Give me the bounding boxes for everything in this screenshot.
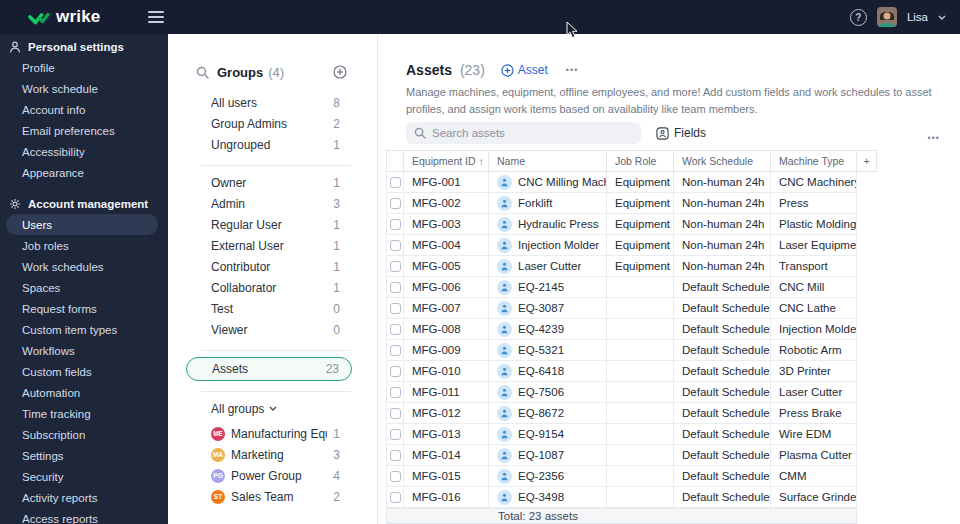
user-name[interactable]: Lisa: [907, 11, 928, 23]
sidebar-item-custom-item-types[interactable]: Custom item types: [0, 319, 158, 340]
equipment-id-cell[interactable]: MFG-013: [404, 424, 489, 445]
work-schedule-cell[interactable]: Default Schedule: [674, 340, 771, 361]
group-item-viewer[interactable]: Viewer0: [186, 319, 352, 340]
chevron-down-icon[interactable]: [938, 15, 946, 20]
work-schedule-cell[interactable]: Default Schedule: [674, 403, 771, 424]
row-checkbox[interactable]: [390, 450, 401, 461]
job-role-cell[interactable]: [607, 424, 674, 445]
asset-search-box[interactable]: [406, 122, 641, 144]
equipment-id-cell[interactable]: MFG-016: [404, 487, 489, 508]
job-role-cell[interactable]: Equipment: [607, 256, 674, 277]
group-item-assets[interactable]: Assets23: [186, 357, 352, 381]
sidebar-item-time-tracking[interactable]: Time tracking: [0, 403, 158, 424]
group-item-ungrouped[interactable]: Ungrouped1: [186, 134, 352, 155]
equipment-id-cell[interactable]: MFG-014: [404, 445, 489, 466]
sidebar-item-request-forms[interactable]: Request forms: [0, 298, 158, 319]
row-checkbox[interactable]: [390, 198, 401, 209]
work-schedule-cell[interactable]: Non-human 24h: [674, 172, 771, 193]
row-checkbox[interactable]: [390, 387, 401, 398]
machine-type-cell[interactable]: 3D Printer: [771, 361, 857, 382]
work-schedule-cell[interactable]: Non-human 24h: [674, 256, 771, 277]
sidebar-item-accessibility[interactable]: Accessibility: [0, 141, 158, 162]
sidebar-item-account-info[interactable]: Account info: [0, 99, 158, 120]
row-checkbox[interactable]: [390, 219, 401, 230]
equipment-id-cell[interactable]: MFG-006: [404, 277, 489, 298]
work-schedule-cell[interactable]: Default Schedule: [674, 277, 771, 298]
group-item-all-users[interactable]: All users8: [186, 92, 352, 113]
name-cell[interactable]: EQ-6418: [489, 361, 607, 382]
row-checkbox[interactable]: [390, 366, 401, 377]
name-cell[interactable]: EQ-5321: [489, 340, 607, 361]
sidebar-item-activity-reports[interactable]: Activity reports: [0, 487, 158, 508]
sidebar-item-email-preferences[interactable]: Email preferences: [0, 120, 158, 141]
group-item-admin[interactable]: Admin3: [186, 193, 352, 214]
machine-type-cell[interactable]: Wire EDM: [771, 424, 857, 445]
add-asset-button[interactable]: Asset: [501, 63, 548, 77]
sidebar-item-subscription[interactable]: Subscription: [0, 424, 158, 445]
machine-type-cell[interactable]: CNC Machinery: [771, 172, 857, 193]
table-options-icon[interactable]: •••: [928, 134, 940, 142]
work-schedule-cell[interactable]: Default Schedule: [674, 319, 771, 340]
job-role-cell[interactable]: Equipment: [607, 193, 674, 214]
name-cell[interactable]: EQ-3087: [489, 298, 607, 319]
name-cell[interactable]: Hydraulic Press: [489, 214, 607, 235]
job-role-cell[interactable]: [607, 298, 674, 319]
name-cell[interactable]: Laser Cutter: [489, 256, 607, 277]
name-cell[interactable]: EQ-8672: [489, 403, 607, 424]
sidebar-item-work-schedule[interactable]: Work schedule: [0, 78, 158, 99]
sidebar-item-spaces[interactable]: Spaces: [0, 277, 158, 298]
group-item-test[interactable]: Test0: [186, 298, 352, 319]
group-item-owner[interactable]: Owner1: [186, 172, 352, 193]
sidebar-item-workflows[interactable]: Workflows: [0, 340, 158, 361]
column-header-job-role[interactable]: Job Role: [607, 150, 674, 172]
equipment-id-cell[interactable]: MFG-009: [404, 340, 489, 361]
job-role-cell[interactable]: [607, 361, 674, 382]
sidebar-item-appearance[interactable]: Appearance: [0, 162, 158, 183]
group-item-regular-user[interactable]: Regular User1: [186, 214, 352, 235]
row-checkbox[interactable]: [390, 324, 401, 335]
work-schedule-cell[interactable]: Non-human 24h: [674, 235, 771, 256]
name-cell[interactable]: EQ-2356: [489, 466, 607, 487]
sidebar-item-access-reports[interactable]: Access reports: [0, 508, 158, 524]
column-header-equipment-id[interactable]: Equipment ID↑: [404, 150, 489, 172]
sidebar-item-automation[interactable]: Automation: [0, 382, 158, 403]
job-role-cell[interactable]: Equipment: [607, 214, 674, 235]
group-item-collaborator[interactable]: Collaborator1: [186, 277, 352, 298]
machine-type-cell[interactable]: Press: [771, 193, 857, 214]
help-icon[interactable]: ?: [850, 9, 867, 26]
job-role-cell[interactable]: [607, 382, 674, 403]
machine-type-cell[interactable]: CNC Lathe: [771, 298, 857, 319]
row-checkbox[interactable]: [390, 492, 401, 503]
row-checkbox[interactable]: [390, 471, 401, 482]
equipment-id-cell[interactable]: MFG-007: [404, 298, 489, 319]
work-schedule-cell[interactable]: Default Schedule: [674, 382, 771, 403]
row-checkbox[interactable]: [390, 261, 401, 272]
fields-button[interactable]: Fields: [656, 126, 706, 140]
more-options-icon[interactable]: •••: [566, 66, 578, 74]
equipment-id-cell[interactable]: MFG-004: [404, 235, 489, 256]
sidebar-item-job-roles[interactable]: Job roles: [0, 235, 158, 256]
add-column-button[interactable]: +: [857, 150, 877, 172]
equipment-id-cell[interactable]: MFG-003: [404, 214, 489, 235]
machine-type-cell[interactable]: CNC Mill: [771, 277, 857, 298]
job-role-cell[interactable]: [607, 445, 674, 466]
row-checkbox[interactable]: [390, 240, 401, 251]
search-icon[interactable]: [196, 66, 209, 79]
name-cell[interactable]: EQ-4239: [489, 319, 607, 340]
name-cell[interactable]: EQ-1087: [489, 445, 607, 466]
menu-icon[interactable]: [148, 11, 164, 23]
machine-type-cell[interactable]: Transport: [771, 256, 857, 277]
add-group-icon[interactable]: [333, 65, 347, 79]
user-avatar[interactable]: [877, 7, 897, 27]
equipment-id-cell[interactable]: MFG-012: [404, 403, 489, 424]
asset-search-input[interactable]: [432, 127, 633, 139]
name-cell[interactable]: Injection Molder: [489, 235, 607, 256]
work-schedule-cell[interactable]: Non-human 24h: [674, 214, 771, 235]
job-role-cell[interactable]: Equipment: [607, 172, 674, 193]
equipment-id-cell[interactable]: MFG-008: [404, 319, 489, 340]
column-header-work-schedule[interactable]: Work Schedule: [674, 150, 771, 172]
name-cell[interactable]: EQ-9154: [489, 424, 607, 445]
machine-type-cell[interactable]: Laser Equipment: [771, 235, 857, 256]
machine-type-cell[interactable]: Press Brake: [771, 403, 857, 424]
sidebar-item-work-schedules[interactable]: Work schedules: [0, 256, 158, 277]
